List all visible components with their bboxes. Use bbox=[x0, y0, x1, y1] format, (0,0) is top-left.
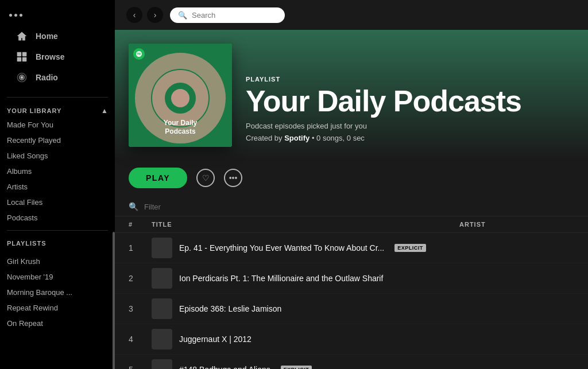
track-thumbnail bbox=[152, 359, 172, 369]
sidebar-item-local-files[interactable]: Local Files bbox=[0, 195, 115, 210]
playlist-title: Your Daily Podcasts bbox=[246, 86, 521, 116]
filter-bar: 🔍 bbox=[115, 197, 588, 216]
playlist-item-repeat-rewind[interactable]: Repeat Rewind bbox=[0, 300, 115, 316]
svg-rect-0 bbox=[17, 52, 22, 57]
track-info: Ep. 41 - Everything You Ever Wanted To K… bbox=[152, 238, 459, 258]
filter-input[interactable] bbox=[144, 203, 241, 211]
nav-arrows: ‹ › bbox=[126, 7, 163, 23]
col-artist: ARTIST bbox=[459, 221, 574, 228]
your-library-label: YOUR LIBRARY bbox=[7, 107, 61, 114]
track-number: 2 bbox=[129, 274, 152, 283]
track-title: Juggernaut X | 2012 bbox=[179, 335, 252, 344]
search-icon: 🔍 bbox=[178, 11, 187, 20]
track-number: 5 bbox=[129, 365, 152, 369]
track-row[interactable]: 1Ep. 41 - Everything You Ever Wanted To … bbox=[115, 233, 588, 263]
sidebar-item-made-for-you[interactable]: Made For You bbox=[0, 117, 115, 133]
playlist-item-november-19[interactable]: November '19 bbox=[0, 269, 115, 285]
nav-label-home: Home bbox=[36, 32, 58, 41]
playlist-description: Podcast episodes picked just for you bbox=[246, 122, 521, 130]
main-content: ‹ › 🔍 bbox=[115, 0, 588, 369]
your-library-header: YOUR LIBRARY ▲ bbox=[0, 102, 115, 117]
podcast-artwork: Your Daily Podcasts bbox=[129, 44, 232, 147]
forward-button[interactable]: › bbox=[147, 7, 163, 23]
col-num: # bbox=[129, 221, 152, 228]
playlist-songs-count: 0 songs, 0 sec bbox=[316, 134, 365, 142]
track-info: Episode 368: Leslie Jamison bbox=[152, 298, 459, 319]
search-bar[interactable]: 🔍 bbox=[170, 7, 285, 23]
home-icon bbox=[16, 30, 28, 42]
track-row[interactable]: 4Juggernaut X | 2012 bbox=[115, 324, 588, 355]
playlist-meta: Created by Spotify • 0 songs, 0 sec bbox=[246, 134, 521, 142]
track-title: Episode 368: Leslie Jamison bbox=[179, 304, 281, 313]
playlist-item-on-repeat[interactable]: On Repeat bbox=[0, 316, 115, 331]
col-title: TITLE bbox=[152, 221, 459, 228]
explicit-badge: EXPLICIT bbox=[281, 366, 312, 369]
sidebar-item-podcasts[interactable]: Podcasts bbox=[0, 210, 115, 226]
content-area: Your Daily Podcasts PLAYLIST Your Daily … bbox=[115, 30, 588, 369]
svg-rect-3 bbox=[22, 57, 27, 62]
chevron-up-icon[interactable]: ▲ bbox=[101, 107, 108, 115]
controls-bar: PLAY ♡ ••• bbox=[115, 158, 588, 197]
track-title: Ion Perdicaris Pt. 1: The Millionaire an… bbox=[179, 274, 383, 283]
nav-label-browse: Browse bbox=[36, 52, 65, 61]
sidebar-item-artists[interactable]: Artists bbox=[0, 179, 115, 195]
sidebar-item-liked-songs[interactable]: Liked Songs bbox=[0, 148, 115, 164]
track-number: 4 bbox=[129, 335, 152, 344]
svg-point-7 bbox=[171, 89, 189, 107]
sidebar-item-browse[interactable]: Browse bbox=[9, 46, 106, 67]
playlist-info: PLAYLIST Your Daily Podcasts Podcast epi… bbox=[246, 76, 521, 147]
back-icon: ‹ bbox=[133, 10, 136, 20]
track-info: #148 Bedbugs and AliensEXPLICIT bbox=[152, 359, 459, 369]
browse-icon bbox=[16, 51, 28, 63]
track-title: Ep. 41 - Everything You Ever Wanted To K… bbox=[179, 243, 384, 253]
playlist-creator: Spotify bbox=[284, 134, 310, 142]
svg-rect-1 bbox=[22, 52, 27, 57]
tracks-list: 1Ep. 41 - Everything You Ever Wanted To … bbox=[115, 233, 588, 369]
playlist-item-morning-baroque[interactable]: Morning Baroque ... bbox=[0, 285, 115, 300]
track-thumbnail bbox=[152, 238, 172, 258]
track-row[interactable]: 5#148 Bedbugs and AliensEXPLICIT bbox=[115, 355, 588, 369]
tracks-header: # TITLE ARTIST bbox=[115, 216, 588, 233]
track-thumbnail bbox=[152, 329, 172, 349]
topbar: ‹ › 🔍 bbox=[115, 0, 588, 30]
track-row[interactable]: 3Episode 368: Leslie Jamison bbox=[115, 294, 588, 324]
back-button[interactable]: ‹ bbox=[126, 7, 142, 23]
svg-rect-2 bbox=[17, 57, 22, 62]
track-row[interactable]: 2Ion Perdicaris Pt. 1: The Millionaire a… bbox=[115, 263, 588, 294]
playlist-item-girl-krush[interactable]: Girl Krush bbox=[0, 254, 115, 269]
explicit-badge: EXPLICIT bbox=[394, 244, 426, 252]
track-thumbnail bbox=[152, 298, 172, 319]
sidebar-item-recently-played[interactable]: Recently Played bbox=[0, 133, 115, 148]
play-button[interactable]: PLAY bbox=[129, 168, 187, 188]
track-number: 3 bbox=[129, 304, 152, 313]
radio-icon bbox=[16, 72, 28, 83]
sidebar-item-radio[interactable]: Radio bbox=[9, 67, 106, 88]
filter-search-icon: 🔍 bbox=[129, 202, 138, 211]
divider-1 bbox=[7, 97, 108, 98]
sidebar-item-home[interactable]: Home bbox=[9, 26, 106, 46]
playlists-section: Girl Krush November '19 Morning Baroque … bbox=[0, 254, 115, 331]
sidebar-library-section: Made For You Recently Played Liked Songs… bbox=[0, 117, 115, 369]
track-info: Ion Perdicaris Pt. 1: The Millionaire an… bbox=[152, 268, 459, 289]
playlists-header: PLAYLISTS bbox=[0, 235, 115, 249]
podcast-cover-label: Your Daily Podcasts bbox=[129, 119, 232, 137]
heart-icon: ♡ bbox=[202, 173, 210, 182]
playlists-label: PLAYLISTS bbox=[7, 240, 47, 247]
heart-button[interactable]: ♡ bbox=[196, 169, 215, 187]
track-number: 1 bbox=[129, 243, 152, 253]
track-title: #148 Bedbugs and Aliens bbox=[179, 365, 270, 369]
more-options-button[interactable]: ••• bbox=[224, 169, 242, 187]
playlist-created-by: Created by bbox=[246, 134, 284, 142]
search-input[interactable] bbox=[192, 11, 272, 20]
nav-label-radio: Radio bbox=[36, 73, 58, 82]
sidebar-more-button[interactable] bbox=[9, 9, 106, 26]
playlist-hero: Your Daily Podcasts PLAYLIST Your Daily … bbox=[115, 30, 588, 158]
dots-icon: ••• bbox=[229, 173, 238, 182]
sidebar-item-albums[interactable]: Albums bbox=[0, 164, 115, 179]
forward-icon: › bbox=[154, 10, 157, 20]
playlist-type: PLAYLIST bbox=[246, 76, 521, 83]
divider-2 bbox=[7, 230, 108, 231]
track-thumbnail bbox=[152, 268, 172, 289]
playlist-cover: Your Daily Podcasts bbox=[129, 44, 232, 147]
track-info: Juggernaut X | 2012 bbox=[152, 329, 459, 349]
